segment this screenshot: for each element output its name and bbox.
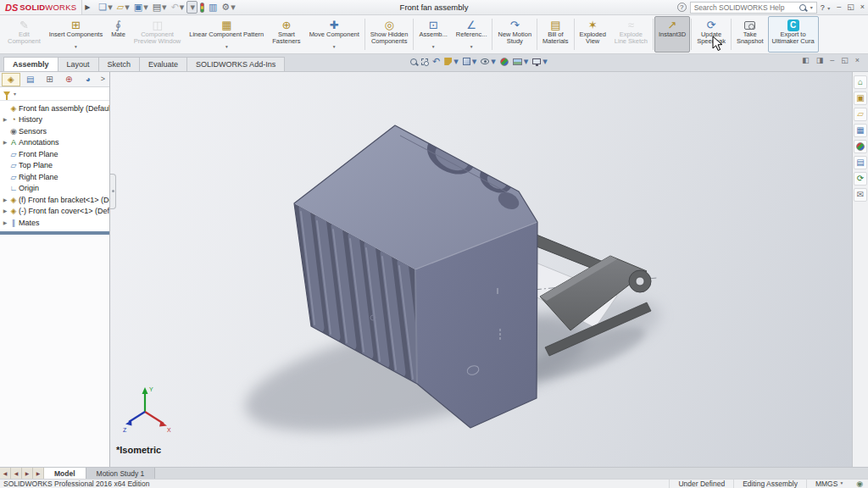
logo-expand-icon[interactable]: ▶: [85, 4, 90, 11]
expand-arrow-icon[interactable]: ▶: [2, 117, 8, 122]
ribbon-button-insert-components[interactable]: ⊞Insert Components▾: [45, 16, 107, 53]
chevron-down-icon[interactable]: ▾: [524, 57, 529, 66]
tab-evaluate[interactable]: Evaluate: [139, 57, 187, 71]
select-button[interactable]: ▾: [186, 1, 198, 14]
taskpane-appearances-button[interactable]: [854, 140, 867, 153]
save-button[interactable]: ▣▾: [132, 2, 150, 13]
chevron-down-icon[interactable]: ▾: [125, 3, 130, 12]
ribbon-button-instant3d[interactable]: ↗Instant3D: [654, 16, 690, 53]
search-options-chevron-icon[interactable]: ▾: [810, 5, 813, 10]
nav-next-button[interactable]: ▶: [22, 468, 33, 479]
panel-tab-featuremanager[interactable]: ◈: [2, 73, 20, 86]
chevron-down-icon[interactable]: ▾: [453, 57, 459, 66]
chevron-down-icon[interactable]: ▾: [333, 45, 336, 49]
ribbon-button-mate[interactable]: ∮Mate: [107, 16, 130, 53]
tab-assembly[interactable]: Assembly: [3, 57, 58, 71]
panel-tab-configurationmanager[interactable]: ⊞: [41, 73, 59, 86]
chevron-down-icon[interactable]: ▾: [432, 45, 435, 49]
expand-arrow-icon[interactable]: ▶: [2, 220, 8, 225]
chevron-down-icon[interactable]: ▾: [225, 45, 228, 49]
chevron-down-icon[interactable]: ▾: [491, 57, 496, 66]
rebuild-button[interactable]: [198, 2, 206, 14]
expand-arrow-icon[interactable]: ▶: [2, 197, 8, 202]
tree-item-front-fan-assembly-default-di[interactable]: ◈Front fan assembly (Default<Di: [0, 103, 109, 114]
tree-item-history[interactable]: ▶◔History: [0, 114, 109, 126]
status-mmgs[interactable]: MMGS▾: [806, 480, 851, 488]
chevron-down-icon[interactable]: ▾: [231, 3, 236, 12]
bottom-tab-motion-study-1[interactable]: Motion Study 1: [86, 468, 156, 479]
search-input[interactable]: [694, 3, 796, 12]
undo-button[interactable]: ↶▾: [170, 2, 186, 13]
taskpane-design-library-button[interactable]: ▣: [854, 92, 867, 105]
zoom-fit-button[interactable]: [410, 58, 417, 65]
tab-solidworks-add-ins[interactable]: SOLIDWORKS Add-Ins: [186, 57, 285, 71]
options-button[interactable]: ⚙▾: [220, 2, 236, 13]
filter-funnel-icon[interactable]: [3, 92, 10, 97]
ribbon-button-linear-component-pattern[interactable]: ▦Linear Component Pattern▾: [185, 16, 268, 53]
print-button[interactable]: ▤▾: [151, 2, 169, 13]
taskpane-view-palette-button[interactable]: ▦: [854, 124, 867, 137]
chevron-down-icon[interactable]: ▾: [108, 3, 113, 12]
panel-tab-displaymanager[interactable]: ◕: [79, 73, 97, 86]
tree-item-front-plane[interactable]: ▱Front Plane: [0, 148, 109, 160]
nav-prev-button[interactable]: ◀: [11, 468, 22, 479]
hide-show-items-button[interactable]: ▾: [481, 57, 496, 66]
chevron-down-icon[interactable]: ▾: [75, 45, 77, 49]
model-canvas[interactable]: [110, 72, 852, 467]
expand-arrow-icon[interactable]: ▶: [2, 140, 8, 145]
chevron-down-icon[interactable]: ▾: [542, 57, 548, 66]
appearances-button[interactable]: [500, 58, 509, 66]
filter-chevron-icon[interactable]: ▾: [14, 92, 16, 97]
ribbon-button-referenc[interactable]: ∠Referenc...▾: [452, 16, 492, 53]
ribbon-button-take-snapshot[interactable]: TakeSnapshot: [732, 16, 768, 53]
chevron-down-icon[interactable]: ▾: [162, 3, 167, 12]
chevron-down-icon[interactable]: ▾: [472, 57, 477, 66]
previous-view-button[interactable]: ↶: [432, 57, 440, 66]
tree-item-mates[interactable]: ▶∥Mates: [0, 217, 109, 229]
new-document-button[interactable]: ❏▾: [97, 2, 114, 13]
help-circle-icon[interactable]: ?: [677, 3, 687, 12]
ribbon-button-show-hidden-components[interactable]: ◎Show HiddenComponents: [366, 16, 413, 53]
expand-arrow-icon[interactable]: ▶: [2, 208, 8, 214]
zoom-area-button[interactable]: [421, 58, 428, 65]
section-view-button[interactable]: ▾: [444, 57, 459, 66]
ribbon-button-assemb[interactable]: ⊡Assemb...▾: [415, 16, 451, 53]
ribbon-button-new-motion-study[interactable]: ↷New MotionStudy: [493, 16, 536, 53]
pane-prev-icon[interactable]: ◧: [802, 57, 810, 64]
close-doc-icon[interactable]: ×: [855, 57, 860, 64]
taskpane-file-explorer-button[interactable]: ▱: [854, 108, 867, 121]
minimize-doc-icon[interactable]: –: [830, 57, 834, 64]
help-menu[interactable]: ? ▾: [821, 3, 831, 12]
restore-doc-icon[interactable]: ◱: [841, 57, 849, 64]
panel-expand-chevron-icon[interactable]: >: [98, 75, 108, 83]
tree-item-annotations[interactable]: ▶AAnnotations: [0, 137, 109, 149]
taskpane-messages-button[interactable]: ✉: [854, 188, 867, 202]
tree-item-front-fan-cover-1-defa[interactable]: ▶◈(-) Front fan cover<1> (Defa: [0, 206, 109, 218]
ribbon-button-exploded-view[interactable]: ✶ExplodedView: [576, 16, 610, 53]
tab-layout[interactable]: Layout: [58, 57, 99, 71]
chevron-down-icon[interactable]: ▾: [190, 3, 195, 12]
graphics-viewport[interactable]: Y X Z *Isometric: [110, 72, 852, 467]
open-button[interactable]: ▱▾: [115, 2, 131, 13]
chevron-down-icon[interactable]: ▾: [180, 3, 185, 12]
search-icon[interactable]: [799, 4, 806, 11]
nav-last-button[interactable]: ▶: [33, 468, 44, 479]
panel-tab-propertymanager[interactable]: ▤: [21, 73, 40, 86]
panel-collapse-handle[interactable]: [110, 174, 116, 209]
chevron-down-icon[interactable]: ▾: [840, 481, 843, 486]
taskpane-custom-properties-button[interactable]: ▤: [854, 156, 867, 169]
taskpane-forum-button[interactable]: ⟳: [854, 172, 867, 186]
panel-tab-dimxpert[interactable]: ⊕: [59, 73, 78, 86]
tree-item-sensors[interactable]: ◉Sensors: [0, 125, 109, 137]
restore-icon[interactable]: ◱: [847, 3, 854, 11]
bottom-tab-model[interactable]: Model: [44, 468, 86, 479]
ribbon-button-bill-of-materials[interactable]: ▤Bill ofMaterials: [538, 16, 572, 53]
minimize-icon[interactable]: –: [837, 3, 841, 11]
ribbon-button-export-to-ultimaker-cura[interactable]: Export toUltimaker Cura: [768, 16, 819, 53]
tree-item-top-plane[interactable]: ▱Top Plane: [0, 160, 109, 172]
close-icon[interactable]: ×: [860, 3, 865, 11]
pane-next-icon[interactable]: ◨: [816, 57, 824, 64]
ribbon-button-move-component[interactable]: ✚Move Component▾: [305, 16, 364, 53]
scene-button[interactable]: ▾: [513, 57, 529, 66]
chevron-down-icon[interactable]: ▾: [143, 3, 148, 12]
